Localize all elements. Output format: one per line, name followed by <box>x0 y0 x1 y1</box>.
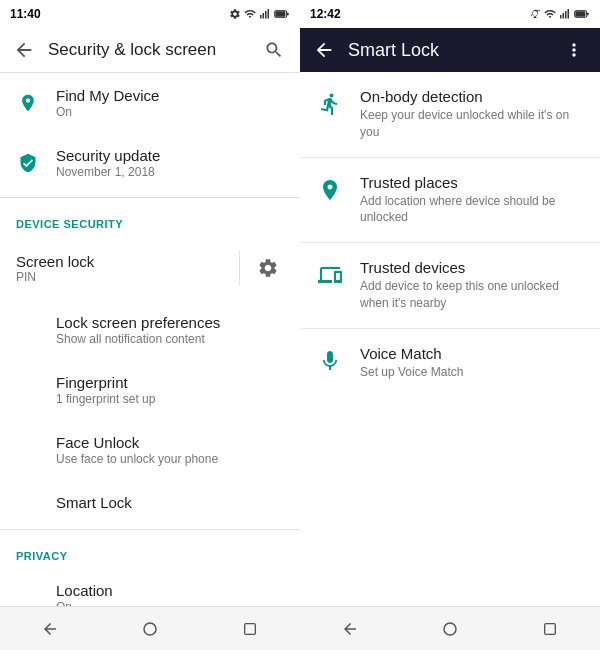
location-item[interactable]: Location On <box>0 568 300 606</box>
face-unlock-item[interactable]: Face Unlock Use face to unlock your phon… <box>0 420 300 480</box>
home-nav-right[interactable] <box>428 607 472 651</box>
fingerprint-text: Fingerprint 1 fingerprint set up <box>56 374 155 406</box>
signal-icon <box>259 8 271 20</box>
trusted-places-item[interactable]: Trusted places Add location where device… <box>300 158 600 244</box>
page-title-right: Smart Lock <box>348 40 548 61</box>
voice-match-item[interactable]: Voice Match Set up Voice Match <box>300 329 600 397</box>
smart-lock-text: Smart Lock <box>56 494 132 511</box>
status-icons-right <box>529 8 590 20</box>
find-my-device-item[interactable]: Find My Device On <box>0 73 300 133</box>
back-nav-right[interactable] <box>328 607 372 651</box>
status-bar-left: 11:40 <box>0 0 300 28</box>
location-primary: Location <box>56 582 113 599</box>
find-my-device-secondary: On <box>56 105 159 119</box>
home-nav-left[interactable] <box>128 607 172 651</box>
on-body-primary: On-body detection <box>360 88 584 105</box>
svg-rect-12 <box>568 9 570 19</box>
security-update-item[interactable]: Security update November 1, 2018 <box>0 133 300 193</box>
screen-lock-item[interactable]: Screen lock PIN <box>0 236 300 300</box>
fingerprint-primary: Fingerprint <box>56 374 155 391</box>
screen-lock-divider <box>239 250 240 286</box>
lock-screen-prefs-primary: Lock screen preferences <box>56 314 220 331</box>
back-button-left[interactable] <box>12 38 36 62</box>
status-bar-right: 12:42 <box>300 0 600 28</box>
fingerprint-item[interactable]: Fingerprint 1 fingerprint set up <box>0 360 300 420</box>
top-bar-left: Security & lock screen <box>0 28 300 73</box>
search-button[interactable] <box>260 36 288 64</box>
fingerprint-secondary: 1 fingerprint set up <box>56 392 155 406</box>
wifi-icon <box>244 8 256 20</box>
lock-screen-prefs-text: Lock screen preferences Show all notific… <box>56 314 220 346</box>
recents-nav-right[interactable] <box>528 607 572 651</box>
trusted-devices-secondary: Add device to keep this one unlocked whe… <box>360 278 584 312</box>
on-body-secondary: Keep your device unlocked while it's on … <box>360 107 584 141</box>
svg-rect-10 <box>563 13 565 19</box>
svg-point-16 <box>444 623 456 635</box>
back-button-right[interactable] <box>312 38 336 62</box>
svg-rect-1 <box>263 13 265 19</box>
smart-lock-primary: Smart Lock <box>56 494 132 511</box>
smart-lock-item[interactable]: Smart Lock <box>0 480 300 525</box>
svg-rect-6 <box>275 11 285 16</box>
smart-lock-content: On-body detection Keep your device unloc… <box>300 72 600 606</box>
location-text: Location On <box>56 582 113 606</box>
battery-icon-right <box>574 9 590 19</box>
on-body-detection-text: On-body detection Keep your device unloc… <box>360 88 584 141</box>
time-left: 11:40 <box>10 7 41 21</box>
screen-lock-secondary: PIN <box>16 270 227 284</box>
alarm-icon <box>529 8 541 20</box>
page-title-left: Security & lock screen <box>48 40 248 60</box>
voice-match-primary: Voice Match <box>360 345 463 362</box>
svg-rect-0 <box>260 15 262 19</box>
find-my-device-primary: Find My Device <box>56 87 159 104</box>
divider-1 <box>0 197 300 198</box>
device-security-header: DEVICE SECURITY <box>0 202 300 236</box>
screen-lock-text: Screen lock PIN <box>16 253 227 284</box>
screen-lock-gear-button[interactable] <box>252 252 284 284</box>
on-body-detection-item[interactable]: On-body detection Keep your device unloc… <box>300 72 600 158</box>
svg-rect-5 <box>287 13 289 16</box>
settings-icon <box>229 8 241 20</box>
nav-bar-left <box>0 606 300 650</box>
svg-rect-8 <box>245 623 256 634</box>
security-update-secondary: November 1, 2018 <box>56 165 160 179</box>
trusted-devices-item[interactable]: Trusted devices Add device to keep this … <box>300 243 600 329</box>
signal-icon-right <box>559 8 571 20</box>
face-unlock-text: Face Unlock Use face to unlock your phon… <box>56 434 218 466</box>
more-options-button[interactable] <box>560 36 588 64</box>
voice-match-text: Voice Match Set up Voice Match <box>360 345 463 381</box>
voice-match-secondary: Set up Voice Match <box>360 364 463 381</box>
security-update-primary: Security update <box>56 147 160 164</box>
svg-rect-11 <box>565 11 567 19</box>
svg-rect-3 <box>268 9 270 19</box>
devices-icon <box>316 261 344 289</box>
lock-screen-prefs-item[interactable]: Lock screen preferences Show all notific… <box>0 300 300 360</box>
trusted-places-primary: Trusted places <box>360 174 584 191</box>
shield-check-icon <box>16 151 40 175</box>
find-my-device-text: Find My Device On <box>56 87 159 119</box>
nav-bar-right <box>300 606 600 650</box>
svg-rect-9 <box>560 15 562 19</box>
recents-nav-left[interactable] <box>228 607 272 651</box>
location-icon <box>16 91 40 115</box>
status-icons-left <box>229 8 290 20</box>
top-bar-right: Smart Lock <box>300 28 600 72</box>
svg-rect-15 <box>575 11 585 16</box>
location-pin-icon <box>316 176 344 204</box>
back-nav-left[interactable] <box>28 607 72 651</box>
screen-lock-primary: Screen lock <box>16 253 227 270</box>
svg-rect-2 <box>265 11 267 19</box>
battery-icon <box>274 9 290 19</box>
microphone-icon <box>316 347 344 375</box>
right-panel: 12:42 Smart Lock On-body detection Keep … <box>300 0 600 650</box>
trusted-places-text: Trusted places Add location where device… <box>360 174 584 227</box>
left-content: Find My Device On Security update Novemb… <box>0 73 300 606</box>
wifi-icon-right <box>544 8 556 20</box>
time-right: 12:42 <box>310 7 341 21</box>
svg-rect-17 <box>545 623 556 634</box>
trusted-devices-primary: Trusted devices <box>360 259 584 276</box>
face-unlock-secondary: Use face to unlock your phone <box>56 452 218 466</box>
face-unlock-primary: Face Unlock <box>56 434 218 451</box>
lock-screen-prefs-secondary: Show all notification content <box>56 332 220 346</box>
privacy-header: PRIVACY <box>0 534 300 568</box>
